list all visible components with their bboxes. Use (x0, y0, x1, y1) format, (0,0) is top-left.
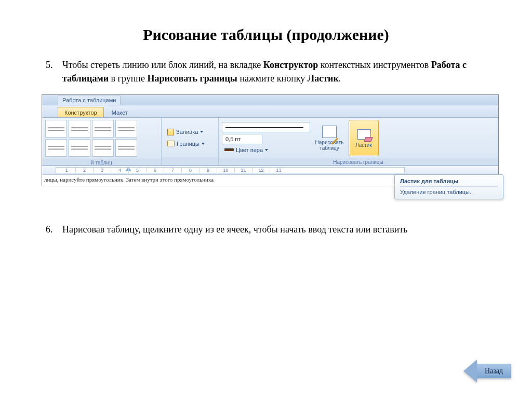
group-label-styles: й таблиц (42, 159, 161, 165)
borders-icon (167, 141, 175, 146)
item-number: 5. (42, 58, 62, 85)
table-style-thumb[interactable] (115, 120, 137, 138)
tooltip-body: Удаление границ таблицы. (400, 189, 498, 195)
tooltip: Ластик для таблицы Удаление границ табли… (394, 174, 503, 199)
table-style-thumb[interactable] (69, 139, 90, 157)
table-style-thumb[interactable] (45, 139, 67, 157)
back-label: Назад (477, 364, 511, 378)
item-text: Чтобы стереть линию или блок линий, на в… (62, 58, 480, 85)
group-draw-borders: 0,5 пт Цвет пера Нарисовать таблицу (219, 118, 498, 165)
context-tab-bar: Работа с таблицами (42, 95, 498, 105)
pen-color-button[interactable]: Цвет пера (222, 146, 310, 154)
borders-button[interactable]: Границы (165, 140, 207, 148)
table-style-thumb[interactable] (69, 120, 90, 138)
context-tab-title: Работа с таблицами (58, 95, 121, 105)
tab-design[interactable]: Конструктор (58, 107, 104, 117)
item-number: 6. (42, 223, 62, 236)
table-style-thumb[interactable] (45, 120, 67, 138)
pen-icon (224, 149, 234, 151)
list-item-6: 6. Нарисовав таблицу, щелкните одну из е… (42, 223, 490, 236)
ribbon-tabs: Конструктор Макет (42, 105, 498, 118)
list-item-5: 5. Чтобы стереть линию или блок линий, н… (42, 58, 490, 85)
group-label-draw-borders: Нарисовать границы (219, 158, 498, 165)
draw-table-icon (322, 126, 337, 138)
chevron-down-icon (202, 143, 205, 145)
item-text: Нарисовав таблицу, щелкните одну из ее я… (62, 223, 480, 236)
draw-table-button[interactable]: Нарисовать таблицу (314, 120, 344, 156)
tab-layout[interactable]: Макет (105, 107, 135, 117)
group-shading-borders: Заливка Границы (162, 118, 219, 165)
eraser-button[interactable]: Ластик (349, 120, 379, 156)
back-button[interactable]: Назад (463, 360, 511, 382)
arrow-left-icon (463, 360, 477, 382)
chevron-down-icon (200, 131, 203, 133)
line-weight-selector[interactable]: 0,5 пт (222, 134, 262, 144)
ruler-marks: 12345678910111213 (58, 168, 403, 173)
table-style-thumb[interactable] (92, 120, 114, 138)
ribbon: й таблиц Заливка Границы (42, 118, 498, 166)
shading-button[interactable]: Заливка (165, 128, 206, 136)
word-ribbon-screenshot: Работа с таблицами Конструктор Макет (42, 94, 499, 186)
paint-bucket-icon (167, 129, 174, 135)
group-table-styles: й таблиц (42, 118, 162, 165)
table-style-thumb[interactable] (115, 139, 137, 157)
page-title: Рисование таблицы (продолжение) (42, 26, 490, 44)
eraser-icon (356, 128, 371, 141)
table-style-thumb[interactable] (92, 139, 114, 157)
tooltip-title: Ластик для таблицы (400, 178, 498, 187)
ruler: 12345678910111213 (42, 166, 498, 175)
line-style-selector[interactable] (222, 122, 310, 132)
chevron-down-icon (265, 149, 268, 151)
